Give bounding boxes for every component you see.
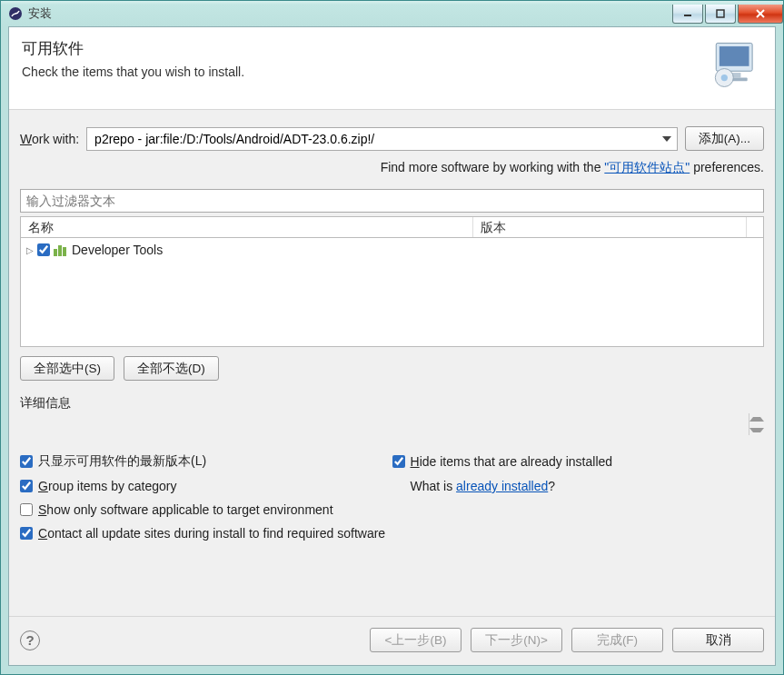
window-title: 安装 — [28, 5, 672, 22]
svg-point-10 — [721, 74, 728, 81]
minimize-button[interactable] — [672, 5, 703, 24]
select-all-button[interactable]: 全部选中(S) — [20, 356, 114, 381]
software-sites-hint: Find more software by working with the "… — [20, 160, 764, 176]
available-software-sites-link[interactable]: "可用软件站点" — [604, 160, 690, 174]
opt-hide-installed[interactable]: Hide items that are already installed — [392, 453, 765, 470]
whatis-post: ? — [548, 479, 555, 493]
header-area: 可用软件 Check the items that you wish to in… — [9, 27, 775, 110]
chevron-down-icon — [662, 136, 671, 142]
page-subtitle: Check the items that you wish to install… — [22, 65, 702, 79]
whatis-pre: What is — [411, 479, 453, 493]
column-name[interactable]: 名称 — [21, 217, 473, 237]
tree-body[interactable]: ▷ Developer Tools — [20, 238, 764, 347]
opt-contact-sites[interactable]: Contact all update sites during install … — [20, 526, 764, 541]
maximize-button[interactable] — [705, 5, 736, 24]
details-spinner[interactable] — [749, 413, 764, 435]
opt-show-latest-label: 只显示可用软件的最新版本(L) — [38, 453, 206, 470]
body-area: Work with: 添加(A)... Find more software b… — [9, 110, 775, 616]
already-installed-link[interactable]: already installed — [456, 479, 548, 493]
work-with-label: Work with: — [20, 132, 79, 146]
back-button[interactable]: <上一步(B) — [370, 628, 461, 652]
cancel-button[interactable]: 取消 — [672, 628, 764, 652]
footer: ? <上一步(B) 下一步(N)> 完成(F) 取消 — [9, 616, 775, 665]
opt-group-category-label: Group items by category — [38, 479, 177, 493]
page-title: 可用软件 — [22, 38, 702, 59]
what-is-installed: What is already installed? — [392, 479, 765, 493]
maximize-icon — [716, 9, 725, 18]
work-with-label-text: ork with: — [32, 132, 79, 146]
tree-row[interactable]: ▷ Developer Tools — [25, 240, 759, 260]
feature-icon — [54, 243, 68, 256]
opt-hide-installed-checkbox[interactable] — [392, 455, 405, 468]
window-controls — [672, 5, 783, 24]
header-text: 可用软件 Check the items that you wish to in… — [22, 38, 702, 91]
opt-applicable-checkbox[interactable] — [20, 503, 33, 516]
opt-contact-sites-checkbox[interactable] — [20, 527, 33, 540]
close-button[interactable] — [738, 5, 783, 24]
opt-group-category-checkbox[interactable] — [20, 480, 33, 492]
opt-hide-installed-label: Hide items that are already installed — [411, 454, 613, 469]
close-icon — [755, 8, 766, 19]
options-grid: 只显示可用软件的最新版本(L) Hide items that are alre… — [20, 453, 764, 541]
opt-applicable[interactable]: Show only software applicable to target … — [20, 502, 764, 517]
window-frame: 安装 可用软件 Check the items that you wish to… — [0, 0, 784, 675]
deselect-all-button[interactable]: 全部不选(D) — [124, 356, 219, 381]
filter-input[interactable] — [20, 189, 764, 213]
column-spacer — [747, 217, 763, 237]
column-version[interactable]: 版本 — [473, 217, 747, 237]
details-box — [20, 413, 764, 435]
hint-post: preferences. — [690, 160, 764, 174]
titlebar: 安装 — [1, 1, 783, 26]
svg-rect-6 — [719, 46, 749, 66]
tree-header: 名称 版本 — [20, 216, 764, 238]
selection-buttons: 全部选中(S) 全部不选(D) — [20, 356, 764, 381]
opt-show-latest[interactable]: 只显示可用软件的最新版本(L) — [20, 453, 392, 470]
opt-show-latest-checkbox[interactable] — [20, 455, 33, 468]
app-icon — [8, 6, 23, 21]
tree-item-label: Developer Tools — [72, 243, 163, 257]
work-with-mnemonic: W — [20, 132, 32, 146]
finish-button[interactable]: 完成(F) — [571, 628, 663, 652]
next-button[interactable]: 下一步(N)> — [471, 628, 562, 652]
opt-applicable-label: Show only software applicable to target … — [38, 502, 333, 517]
spinner-up-icon[interactable] — [749, 413, 764, 424]
expand-icon[interactable]: ▷ — [25, 245, 35, 255]
work-with-row: Work with: 添加(A)... — [20, 126, 764, 151]
opt-group-category[interactable]: Group items by category — [20, 479, 392, 493]
spinner-down-icon[interactable] — [749, 424, 764, 435]
opt-contact-sites-label: Contact all update sites during install … — [38, 526, 385, 541]
dialog-inner: 可用软件 Check the items that you wish to in… — [8, 26, 776, 666]
install-wizard-icon — [710, 38, 762, 91]
minimize-icon — [683, 9, 692, 18]
tree-item-checkbox[interactable] — [37, 243, 50, 256]
hint-pre: Find more software by working with the — [381, 160, 605, 174]
details-label: 详细信息 — [20, 395, 764, 412]
svg-rect-2 — [717, 10, 724, 17]
help-icon[interactable]: ? — [20, 630, 40, 650]
add-site-button[interactable]: 添加(A)... — [685, 126, 764, 151]
work-with-input[interactable] — [93, 131, 659, 147]
work-with-combo[interactable] — [86, 127, 678, 151]
